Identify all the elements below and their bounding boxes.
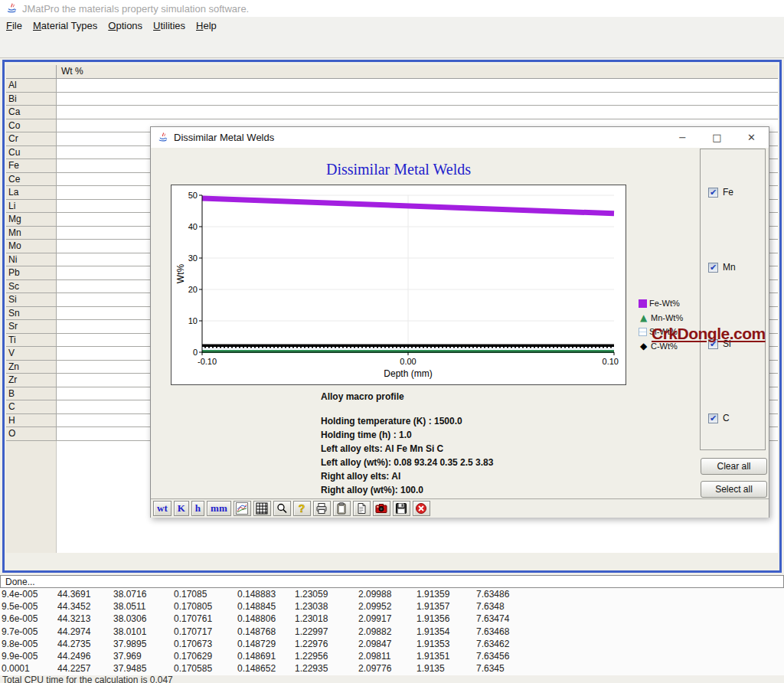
element-label: Sr [6, 320, 57, 333]
cpu-time-text: Total CPU time for the calculation is 0.… [2, 675, 173, 683]
element-label: H [6, 414, 57, 427]
results-cell: 37.9485 [113, 663, 146, 674]
dissimilar-metal-welds-dialog: Dissimilar Metal Welds − □ ✕ Dissimilar … [150, 126, 769, 518]
element-label: Ce [6, 173, 57, 186]
checkbox-icon[interactable]: ✔ [708, 263, 718, 273]
y-tick-label: 30 [188, 253, 198, 263]
toolbar-export-button[interactable] [353, 501, 371, 516]
results-row: 9.4e-00544.369138.07160.170850.1488831.2… [0, 588, 784, 600]
results-cell: 7.6345 [476, 663, 505, 674]
checkbox-icon[interactable]: ✔ [708, 413, 718, 423]
results-cell: 1.9135 [416, 663, 445, 674]
element-label: Co [6, 119, 57, 132]
element-label: O [6, 427, 57, 440]
results-cell: 1.22976 [295, 639, 328, 649]
wt-percent-cell[interactable] [57, 106, 778, 119]
results-cell: 0.148729 [237, 639, 276, 649]
element-checkbox-fe[interactable]: ✔Fe [708, 187, 733, 198]
legend-item-mn-wt: ▲Mn-Wt% [639, 311, 683, 325]
close-button[interactable]: ✕ [734, 127, 769, 148]
legend-item-fe-wt: Fe-Wt% [639, 296, 683, 311]
results-cell: 0.148883 [237, 589, 276, 600]
results-cell: 0.17085 [174, 589, 207, 600]
grid-icon [256, 502, 268, 515]
menu-help[interactable]: Help [196, 20, 217, 31]
composition-row-bi: Bi [6, 93, 778, 106]
element-label: Ni [6, 253, 57, 266]
save-icon [395, 502, 407, 515]
clear-all-button[interactable]: Clear all [701, 458, 767, 475]
maximize-button[interactable]: □ [700, 127, 734, 148]
element-checkbox-mn[interactable]: ✔Mn [708, 262, 736, 273]
y-tick-label: 20 [188, 285, 198, 294]
java-app-icon [5, 2, 18, 15]
results-cell: 38.0101 [113, 626, 146, 637]
legend-marker-si-wt [639, 328, 647, 336]
element-label: V [6, 347, 57, 360]
results-cell: 38.0306 [113, 613, 146, 624]
results-cell: 9.7e-005 [2, 626, 38, 637]
wt-percent-cell[interactable] [57, 93, 778, 106]
composition-row-ca: Ca [6, 106, 778, 119]
element-label: Ca [6, 106, 57, 119]
chart-panel: 01020304050-0.100.000.10Depth (mm)Wt% [171, 185, 626, 385]
results-cell: 2.09882 [358, 626, 391, 637]
toolbar-k-button[interactable]: K [174, 501, 189, 516]
toolbar-help-button[interactable]: ? [293, 501, 311, 516]
composition-table-header: Wt % [6, 65, 778, 79]
profile-detail-line: Right alloy (wt%): 100.0 [321, 483, 493, 497]
toolbar-save-button[interactable] [393, 501, 410, 516]
element-label: Bi [6, 93, 57, 106]
toolbar-print-button[interactable] [313, 501, 331, 516]
results-cell: 0.170629 [174, 651, 212, 662]
profile-detail-line: Right alloy elts: Al [321, 469, 493, 483]
toolbar-cancel-button[interactable] [413, 501, 430, 516]
minimize-button[interactable]: − [665, 127, 700, 148]
toolbar-clipboard-button[interactable] [333, 501, 351, 516]
checkbox-label: C [723, 413, 730, 423]
dialog-title: Dissimilar Metal Welds [174, 132, 274, 143]
results-cell: 1.91351 [416, 651, 449, 662]
results-cell: 2.09917 [358, 613, 391, 624]
element-label: C [6, 400, 57, 413]
toolbar-curves-button[interactable] [234, 501, 251, 516]
desktop: { "window": { "title": "JMatPro the mate… [0, 0, 784, 683]
toolbar-snapshot-button[interactable] [373, 501, 390, 516]
results-cell: 44.2974 [57, 626, 90, 637]
toolbar-mm-button[interactable]: mm [207, 501, 231, 516]
results-cell: 0.170805 [174, 601, 212, 612]
results-cell: 1.23059 [295, 589, 328, 600]
results-row: 9.6e-00544.321338.03060.1707610.1488061.… [0, 613, 784, 625]
checkbox-icon[interactable]: ✔ [708, 188, 718, 198]
profile-details: Holding temperature (K) : 1500.0Holding … [321, 414, 493, 497]
menu-file[interactable]: File [6, 20, 22, 31]
chart-title: Dissimilar Metal Welds [171, 161, 626, 178]
wt-percent-cell[interactable] [57, 79, 778, 92]
y-axis-label: Wt% [175, 264, 186, 284]
menu-utilities[interactable]: Utilities [153, 20, 185, 31]
results-table: 9.4e-00544.369138.07160.170850.1488831.2… [0, 588, 784, 675]
results-cell: 9.5e-005 [2, 601, 38, 612]
results-cell: 9.8e-005 [2, 639, 38, 649]
menu-options[interactable]: Options [108, 20, 142, 31]
element-label: B [6, 387, 57, 400]
menu-material-types[interactable]: Material Types [33, 20, 97, 31]
select-all-button[interactable]: Select all [701, 481, 767, 498]
profile-detail-line: Holding time (h) : 1.0 [321, 428, 493, 442]
results-cell: 1.22997 [295, 626, 328, 637]
clipboard-icon [335, 502, 348, 515]
results-cell: 0.148845 [237, 601, 276, 612]
dialog-titlebar[interactable]: Dissimilar Metal Welds − □ ✕ [151, 127, 769, 148]
toolbar-h-button[interactable]: h [191, 501, 204, 516]
element-checkbox-c[interactable]: ✔C [708, 413, 730, 423]
y-tick-label: 10 [188, 316, 198, 325]
element-column-header [6, 65, 57, 78]
toolbar-zoom-button[interactable] [273, 501, 291, 516]
composition-row-al: Al [6, 79, 778, 93]
svg-text:?: ? [299, 502, 305, 515]
results-cell: 1.91359 [416, 589, 449, 600]
results-cell: 38.0511 [113, 601, 146, 612]
results-cell: 38.0716 [113, 589, 146, 600]
toolbar-wt-button[interactable]: wt [153, 501, 172, 516]
toolbar-grid-button[interactable] [253, 501, 271, 516]
